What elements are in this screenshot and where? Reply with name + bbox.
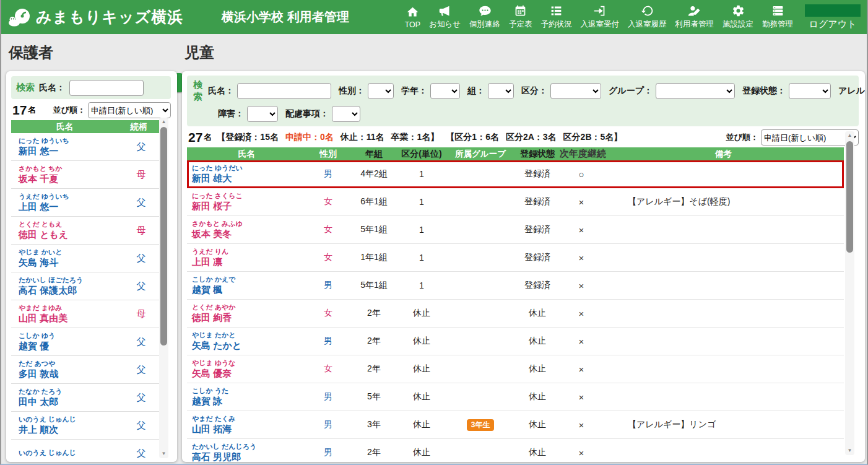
child-row[interactable]: やじま ゆうな 矢島 優奈 女 2年 休止 休止 × [187, 355, 844, 383]
child-row[interactable]: こしか かえで 越賀 楓 男 5年1組 1 登録済 × [187, 272, 844, 300]
nav-item-individual-contact[interactable]: 個別連絡 [465, 0, 505, 34]
children-search-label: 検索 [193, 79, 202, 103]
guardian-row[interactable]: にった ゆういち 新田 悠一 父 [11, 133, 159, 161]
guardian-row[interactable]: いのうえ じゅんじ 父 [11, 440, 159, 462]
guardian-sort-select[interactable]: 申請日(新しい順) [88, 102, 171, 118]
child-row[interactable]: とくだ あやか 徳田 絢香 女 2年 休止 休止 × [187, 300, 844, 328]
child-gender: 女 [306, 196, 350, 207]
history-icon [641, 4, 654, 17]
nav-item-top[interactable]: TOP [401, 0, 425, 34]
col-header-gender: 性別 [306, 149, 350, 160]
children-scrollbar[interactable]: ▲ ▼ [845, 131, 854, 455]
filter-care: 配慮事項： [285, 106, 360, 122]
child-status: 登録済 [515, 196, 560, 207]
child-kana: にった ゆうだい [192, 164, 306, 172]
nav-item-label: 入退室履歴 [628, 19, 667, 30]
child-row[interactable]: さかもと みふゆ 坂本 美冬 女 5年1組 1 登録済 × [187, 216, 844, 244]
col-header-remark: 備考 [603, 149, 844, 160]
scroll-up-icon[interactable]: ▲ [159, 118, 168, 126]
children-scrollbar-thumb[interactable] [846, 141, 853, 253]
col-header-relation: 続柄 [118, 121, 159, 133]
filter-class-select[interactable] [488, 83, 514, 99]
nav-item-user-management[interactable]: 利用者管理 [671, 0, 719, 34]
child-kubun: 休止 [397, 419, 446, 430]
child-grade: 3年 [350, 419, 397, 430]
children-sort-select[interactable]: 申請日(新しい順) [761, 129, 859, 146]
child-kana: こしか かえで [192, 276, 306, 284]
col-header-continue: 次年度継続 [560, 148, 603, 160]
scroll-down-icon[interactable]: ▼ [159, 450, 168, 458]
guardian-relation: 父 [123, 420, 159, 432]
app-window: みまもりキッズ横浜 横浜小学校 利用者管理 TOP お知らせ 個別連絡 予定表 … [0, 0, 868, 465]
megaphone-icon [438, 4, 451, 17]
child-kubun: 休止 [397, 336, 446, 347]
filter-disability-select[interactable] [247, 106, 278, 122]
child-grade: 4年2組 [350, 168, 397, 180]
guardian-name: 坂本 千夏 [19, 173, 123, 185]
child-row[interactable]: やまだ たくみ 山田 拓海 男 3年 休止 3年生 休止 × 【アレルギー】リン… [187, 411, 844, 439]
logout-label: ログアウト [809, 19, 857, 30]
guardian-scrollbar[interactable]: ▲ ▼ [159, 118, 168, 458]
guardian-name: 山田 真由美 [19, 313, 123, 324]
child-continue: × [560, 392, 603, 402]
child-status: 登録済 [515, 252, 560, 263]
guardian-row[interactable]: いのうえ じゅんじ 井上 順次 父 [11, 412, 159, 440]
nav-item-entry-exit-reception[interactable]: 入退室受付 [576, 0, 624, 34]
child-group: 3年生 [446, 419, 515, 431]
nav-item-label: 勤務管理 [762, 19, 793, 30]
logo-snail-icon [7, 5, 32, 30]
guardian-row[interactable]: ただ あつや 多田 敦哉 父 [11, 356, 159, 384]
filter-grade-select[interactable] [430, 83, 460, 99]
nav-item-work-management[interactable]: 勤務管理 [758, 0, 797, 34]
guardian-row[interactable]: たかいし ほごたろう 高石 保護太郎 父 [11, 272, 159, 300]
app-header: みまもりキッズ横浜 横浜小学校 利用者管理 TOP お知らせ 個別連絡 予定表 … [1, 0, 867, 34]
filter-group-select[interactable] [656, 83, 735, 99]
logo-text: みまもりキッズ横浜 [36, 7, 183, 27]
guardian-row[interactable]: うえだ ゆういち 上田 悠一 父 [11, 189, 159, 217]
nav-item-reservation-status[interactable]: 予約状況 [537, 0, 576, 34]
filter-name-input[interactable] [237, 83, 331, 99]
child-continue: × [560, 225, 603, 235]
child-row[interactable]: うえだ りん 上田 凛 女 1年1組 1 登録済 × [187, 244, 844, 272]
child-kubun: 1 [397, 197, 446, 207]
filter-reg-status-select[interactable] [789, 83, 831, 99]
filter-kubun-select[interactable] [550, 83, 601, 99]
guardian-row[interactable]: さかもと ちか 坂本 千夏 母 [11, 161, 159, 189]
nav-item-label: お知らせ [429, 19, 461, 30]
nav-item-schedule[interactable]: 予定表 [505, 0, 537, 34]
guardian-scrollbar-thumb[interactable] [160, 127, 167, 345]
child-continue: × [560, 336, 603, 347]
guardian-kana: やまだ まゆみ [19, 304, 123, 312]
child-row[interactable]: たかいし だんじろう 高石 男児郎 男 2年 休止 休止 × [187, 439, 844, 462]
scroll-up-icon[interactable]: ▲ [845, 132, 854, 139]
children-search-bar: 検索 氏名： 性別： 学年： 組： 区分： グループ： 登録状態： アレルギー：… [187, 76, 859, 126]
guardian-row[interactable]: やまだ まゆみ 山田 真由美 母 [11, 300, 159, 328]
guardian-row[interactable]: たなか たろう 田中 太郎 父 [11, 384, 159, 412]
col-header-group: 所属グループ [446, 149, 515, 160]
child-row[interactable]: こしか うた 越賀 詠 男 5年 休止 休止 × [187, 383, 844, 411]
guardian-row[interactable]: やじま かいと 矢島 海斗 父 [11, 245, 159, 272]
child-row[interactable]: やじま たかと 矢島 たかと 男 2年 休止 休止 × [187, 328, 844, 355]
child-row[interactable]: にった さくらこ 新田 桜子 女 6年1組 1 登録済 × 【アレルギー】そば(… [187, 188, 844, 216]
children-stats-breakdown: 【登録済：15名申請中：0名休止：11名卒業：1名】【区分1：6名区分2A：3名… [217, 132, 629, 143]
nav-item-news[interactable]: お知らせ [425, 0, 465, 34]
guardian-row[interactable]: とくだ ともえ 徳田 ともえ 母 [11, 217, 159, 245]
nav-item-facility-settings[interactable]: 施設設定 [718, 0, 758, 34]
stat-part: 卒業：1名】 [391, 132, 440, 143]
filter-care-select[interactable] [332, 106, 360, 122]
guardian-kana: たなか たろう [19, 388, 123, 396]
logout-button[interactable]: ログアウト [797, 4, 867, 30]
col-header-name: 氏名 [11, 121, 118, 133]
guardian-name-search-input[interactable] [69, 80, 144, 96]
app-logo[interactable]: みまもりキッズ横浜 [7, 5, 183, 30]
filter-gender-select[interactable] [368, 83, 394, 99]
child-kubun: 1 [397, 169, 446, 179]
nav-item-entry-exit-history[interactable]: 入退室履歴 [623, 0, 671, 34]
child-kubun: 休止 [397, 447, 446, 458]
logout-box [805, 4, 861, 17]
guardian-relation: 父 [123, 448, 159, 459]
guardian-kana: ただ あつや [19, 360, 123, 368]
scroll-down-icon[interactable]: ▼ [845, 447, 854, 454]
child-row[interactable]: にった ゆうだい 新田 雄大 男 4年2組 1 登録済 ○ [187, 160, 844, 188]
guardian-row[interactable]: こしか ゆう 越賀 優 父 [11, 328, 159, 356]
